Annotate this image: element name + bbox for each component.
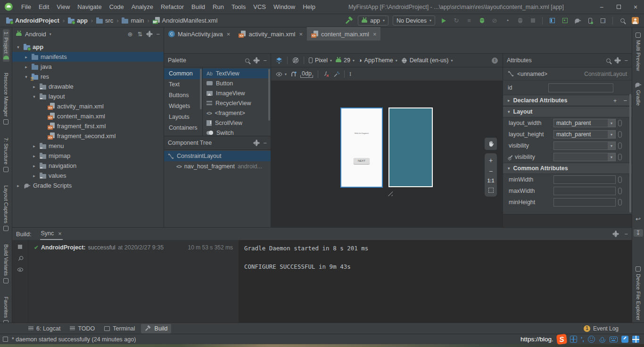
attributes-scrollbar[interactable] (629, 94, 631, 213)
visibility-field[interactable]: ▾ (553, 141, 616, 150)
close-tab-icon[interactable]: × (299, 31, 303, 38)
palette-category-widgets[interactable]: Widgets (164, 101, 202, 112)
canvas-resize-handle[interactable] (386, 189, 393, 196)
visibility-field[interactable]: ▾ (553, 153, 616, 161)
debug-button[interactable] (478, 16, 486, 25)
design-canvas[interactable]: Hello first fragment NEXT + − (271, 81, 503, 227)
menu-build[interactable]: Build (188, 1, 209, 12)
toolwindow-button-6-logcat[interactable]: 6: Logcat (25, 324, 64, 333)
attributes-minimize-button[interactable]: − (624, 58, 628, 64)
design-preview-phone[interactable]: Hello first fragment NEXT (340, 107, 383, 188)
palette-category-common[interactable]: Common (164, 68, 202, 79)
close-window-button[interactable]: × (627, 0, 644, 14)
dropdown-arrow-icon[interactable]: ▾ (608, 119, 615, 127)
attach-debugger-button[interactable] (516, 16, 524, 25)
minWidth-field[interactable] (553, 175, 616, 184)
attach-profiler-button[interactable]: ⊘ (490, 16, 499, 25)
build-settings-gear-icon[interactable] (613, 232, 618, 236)
microphone-icon[interactable] (601, 337, 604, 341)
locale-dropdown[interactable]: Default (en-us) ▾ (401, 57, 453, 64)
zoom-actual-button[interactable]: 1:1 (487, 179, 494, 183)
menu-code[interactable]: Code (106, 1, 128, 12)
minimize-window-button[interactable]: − (593, 0, 610, 14)
project-view-selector[interactable]: Android (25, 31, 46, 38)
keyboard-icon[interactable] (610, 337, 618, 342)
menu-refactor[interactable]: Refactor (157, 1, 188, 12)
menu-view[interactable]: View (53, 1, 74, 12)
toolwindow-button-terminal[interactable]: Terminal (100, 324, 139, 333)
tab-content-main-xml[interactable]: <>content_main.xml× (307, 27, 380, 41)
tool-stripe-resource-manager[interactable]: Resource Manager (3, 70, 9, 127)
component-tree-gear-icon[interactable] (254, 141, 258, 145)
dropdown-arrow-icon[interactable]: ▾ (608, 153, 615, 161)
menu-tools[interactable]: Tools (228, 1, 249, 12)
emulator-button[interactable] (561, 16, 569, 25)
build-hammer-button[interactable] (345, 16, 354, 25)
menu-edit[interactable]: Edit (35, 1, 53, 12)
breadcrumb-app[interactable]: app (66, 17, 89, 25)
maximize-window-button[interactable] (610, 0, 627, 14)
attributes-gear-icon[interactable] (615, 58, 619, 63)
palette-category-layouts[interactable]: Layouts (164, 112, 202, 123)
breadcrumb-androidmanifest-xml[interactable]: MFAndroidManifest.xml (151, 17, 219, 25)
dropdown-arrow-icon[interactable]: ▾ (608, 131, 615, 138)
toolwindow-button-todo[interactable]: TODO (66, 324, 99, 333)
menu-navigate[interactable]: Navigate (74, 1, 105, 12)
close-tab-icon[interactable]: × (373, 31, 377, 38)
declared-attributes-section[interactable]: ▸ Declared Attributes + − (503, 95, 632, 106)
api-level-dropdown[interactable]: 29 ▾ (336, 57, 355, 64)
palette-item-switch[interactable]: Switch (203, 128, 271, 136)
hide-panel-button[interactable]: − (156, 31, 160, 37)
palette-item-textview[interactable]: AbTextView (203, 68, 271, 78)
default-margin-field[interactable]: 0dp (300, 70, 313, 78)
device-dropdown[interactable]: Pixel ▾ (309, 57, 332, 64)
constraint-pill-icon[interactable] (618, 154, 622, 160)
component-nav-host-fragment[interactable]: <>nav_host_fragmentandroid... (164, 161, 271, 172)
component-constraintlayout[interactable]: ConstraintLayout (164, 151, 271, 161)
tab-activity-main-xml[interactable]: <>activity_main.xml× (234, 27, 307, 41)
remove-attribute-button[interactable]: − (623, 97, 627, 104)
theme-dropdown[interactable]: ◑ AppTheme ▾ (358, 57, 397, 64)
constraint-pill-icon[interactable] (618, 188, 622, 194)
event-log-button[interactable]: 1Event Log (584, 325, 619, 332)
tool-stripe-device-file-explorer[interactable]: Device File Explorer (635, 264, 642, 322)
zoom-to-fit-button[interactable] (488, 188, 494, 193)
blueprint-preview-phone[interactable] (388, 107, 433, 187)
palette-item-scrollview[interactable]: ScrollView (203, 118, 271, 128)
project-tree-item-fragment-second-xml[interactable]: <>fragment_second.xml (12, 131, 164, 141)
constraint-pill-icon[interactable] (618, 131, 622, 138)
build-console[interactable]: Gradle Daemon started in 8 s 201 ms CONF… (239, 240, 632, 322)
ime-tools-icon[interactable] (621, 336, 628, 343)
scroll-to-end-button[interactable]: ↧ (634, 229, 643, 236)
project-tree-item-gradle-scripts[interactable]: ▸Gradle Scripts (12, 181, 164, 190)
minHeight-field[interactable] (553, 198, 616, 207)
tool-stripe-1-project[interactable]: 1: Project (3, 29, 9, 62)
project-tree-item-values[interactable]: ▸values (12, 171, 164, 181)
project-tree-item-layout[interactable]: ▾layout (12, 91, 164, 101)
maxWidth-field[interactable] (553, 187, 616, 195)
component-tree-minimize-button[interactable]: − (263, 140, 267, 146)
palette-gear-icon[interactable] (254, 58, 258, 63)
breadcrumb-main[interactable]: main (120, 17, 145, 25)
project-tree-item-drawable[interactable]: ▸drawable (12, 82, 164, 91)
layout_width-field[interactable]: match_parent▾ (553, 119, 616, 127)
project-tree-item-menu[interactable]: ▸menu (12, 141, 164, 151)
tool-stripe-7-structure[interactable]: 7: Structure (3, 135, 9, 174)
toolwindow-button-build[interactable]: Build (141, 324, 172, 333)
search-everywhere-button[interactable] (618, 16, 627, 25)
menu-run[interactable]: Run (209, 1, 228, 12)
add-attribute-button[interactable]: + (613, 97, 617, 104)
palette-category-text[interactable]: Text (164, 79, 202, 90)
build-tab-sync[interactable]: Sync × (40, 228, 63, 240)
sogou-ime-logo[interactable]: S (556, 334, 567, 345)
palette-category-scrollbar[interactable] (200, 69, 202, 109)
menu-window[interactable]: Window (270, 1, 299, 12)
common-attributes-section[interactable]: ▾ Common Attributes (503, 163, 632, 174)
constraint-pill-icon[interactable] (618, 142, 622, 149)
tool-stripe-build-variants[interactable]: Build Variants (3, 242, 9, 286)
menu-analyze[interactable]: Analyze (128, 1, 157, 12)
view-options-button[interactable]: ▾ (276, 72, 287, 76)
build-status-line[interactable]: ✔ AndroidProject: successful at 2020/2/2… (34, 244, 233, 251)
palette-items-scrollbar[interactable] (268, 69, 270, 121)
breadcrumb-src[interactable]: src (95, 17, 115, 25)
